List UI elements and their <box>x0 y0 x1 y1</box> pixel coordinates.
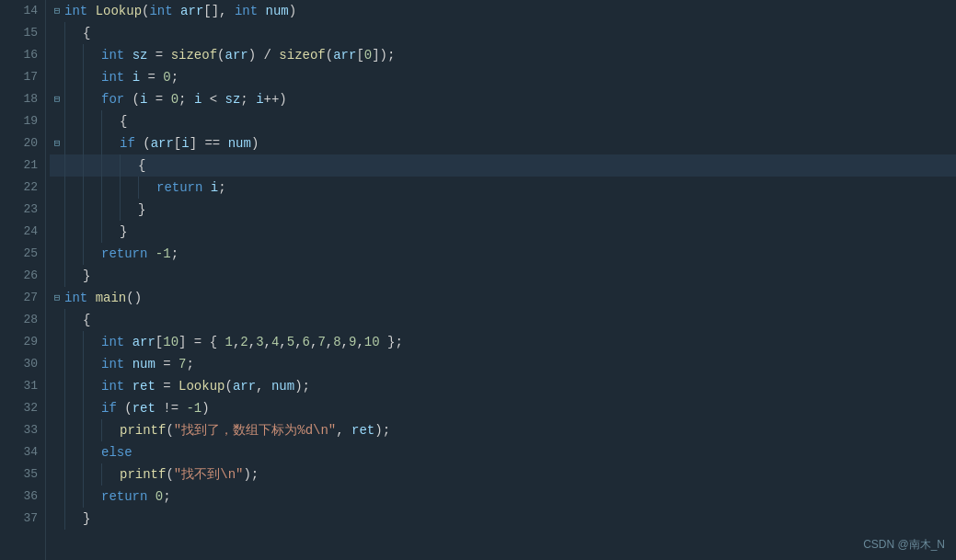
fold-marker[interactable]: ⊟ <box>50 287 64 309</box>
token-punc: }; <box>387 331 403 353</box>
token-punc: ( <box>142 0 149 22</box>
fold-marker <box>50 331 64 353</box>
token-plain: == <box>197 132 228 154</box>
token-punc: [ <box>155 331 163 353</box>
fold-marker[interactable]: ⊟ <box>50 88 64 110</box>
indent-guide <box>64 132 83 154</box>
line-number: 29 <box>7 331 38 353</box>
token-plain: = <box>140 66 163 88</box>
token-plain: , <box>341 331 349 353</box>
token-punc: ( <box>225 375 232 397</box>
token-num: -1 <box>186 397 202 419</box>
token-fn: sizeof <box>171 44 217 66</box>
code-line: { <box>50 154 956 177</box>
token-var: i <box>140 88 147 110</box>
line-number: 26 <box>7 265 38 287</box>
line-number: 27 <box>7 287 38 309</box>
token-plain <box>173 0 180 22</box>
token-punc: } <box>83 265 90 287</box>
token-fn: Lookup <box>179 375 225 397</box>
fold-marker <box>50 419 64 441</box>
indent-guide <box>64 419 83 441</box>
line-number: 24 <box>7 221 38 243</box>
fold-marker <box>50 66 64 88</box>
token-punc: ( <box>217 44 225 66</box>
code-line: return -1; <box>50 243 956 265</box>
token-plain: ; <box>240 88 256 110</box>
code-editor: 1415161718192021222324252627282930313233… <box>0 0 956 560</box>
token-kw: if <box>120 132 135 154</box>
indent-guide <box>83 353 101 375</box>
token-var: num <box>132 353 155 375</box>
line-number: 22 <box>7 177 38 199</box>
fold-marker <box>50 353 64 375</box>
token-num: 0 <box>171 88 179 110</box>
token-plain: , <box>233 331 240 353</box>
token-punc: { <box>83 22 90 44</box>
indent-guide <box>83 375 101 397</box>
token-plain <box>124 66 132 88</box>
token-num: 0 <box>155 486 163 508</box>
token-plain: = <box>147 88 170 110</box>
code-line: { <box>50 309 956 331</box>
indent-guide <box>64 486 83 508</box>
token-num: 4 <box>271 331 279 353</box>
indent-guide <box>83 66 101 88</box>
token-plain: = <box>155 375 179 397</box>
indent-guide <box>64 309 83 331</box>
code-line: ⊟int main() <box>50 287 956 309</box>
token-num: 6 <box>303 331 310 353</box>
code-line: int sz = sizeof(arr) / sizeof(arr[0]); <box>50 44 956 66</box>
token-num: 1 <box>225 331 233 353</box>
token-kw: int <box>101 353 124 375</box>
token-var: ret <box>132 397 155 419</box>
token-punc: ] <box>190 132 197 154</box>
fold-marker <box>50 397 64 419</box>
token-plain: ( <box>117 397 132 419</box>
fold-marker <box>50 199 64 221</box>
fold-marker <box>50 22 64 44</box>
token-plain: = <box>186 331 209 353</box>
indent-guide <box>83 199 101 221</box>
token-punc: ); <box>294 375 310 397</box>
token-punc: { <box>138 154 145 177</box>
token-kw: int <box>101 66 124 88</box>
code-line: return i; <box>50 177 956 199</box>
indent-guide <box>64 375 83 397</box>
fold-marker[interactable]: ⊟ <box>50 0 64 22</box>
indent-guide <box>101 110 120 132</box>
token-plain <box>124 331 132 353</box>
fold-marker <box>50 265 64 287</box>
indent-guide <box>83 44 101 66</box>
indent-guide <box>83 419 101 441</box>
token-num: 9 <box>349 331 356 353</box>
token-punc: { <box>83 309 90 331</box>
fold-marker[interactable]: ⊟ <box>50 132 64 154</box>
token-punc: [] <box>203 0 219 22</box>
token-kw: for <box>101 88 124 110</box>
token-plain: ) <box>251 132 259 154</box>
token-var: num <box>228 132 251 154</box>
indent-guide <box>64 199 83 221</box>
fold-marker <box>50 110 64 132</box>
line-number: 30 <box>7 353 38 375</box>
fold-marker <box>50 154 64 177</box>
token-var: arr <box>225 44 248 66</box>
token-plain: ( <box>135 132 151 154</box>
token-plain: , <box>336 419 351 441</box>
indent-guide <box>101 463 120 486</box>
code-line: printf("找到了，数组下标为%d\n", ret); <box>50 419 956 441</box>
token-var: i <box>211 177 218 199</box>
token-punc: } <box>120 221 127 243</box>
code-line: else <box>50 441 956 463</box>
token-punc: } <box>83 508 90 530</box>
token-plain: , <box>256 375 271 397</box>
indent-guide <box>120 177 138 199</box>
token-plain <box>202 177 210 199</box>
token-kw: return <box>101 486 147 508</box>
code-line: ⊟int Lookup(int arr[], int num) <box>50 0 956 22</box>
line-number: 28 <box>7 309 38 331</box>
token-fn: main <box>96 287 127 309</box>
token-kw: int <box>149 0 172 22</box>
indent-guide <box>64 44 83 66</box>
